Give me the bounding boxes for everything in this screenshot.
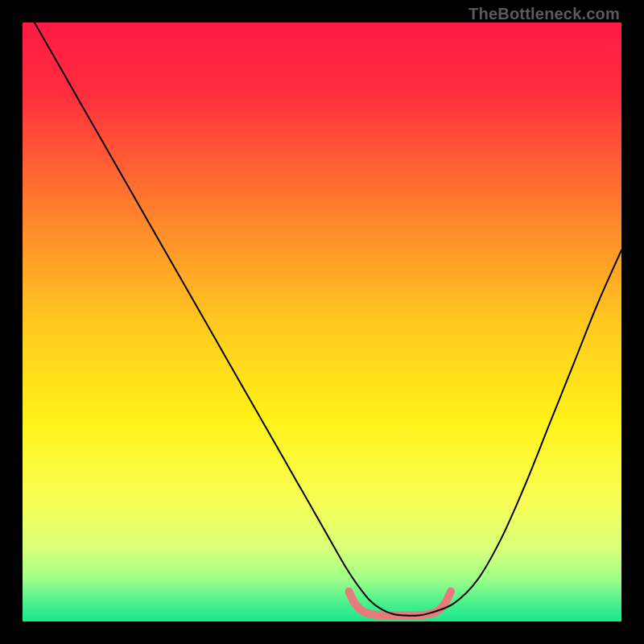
curve-path [35,23,621,616]
chart-frame [23,23,621,621]
watermark-text: TheBottleneck.com [469,5,620,23]
plot-area [23,23,621,621]
curve-layer [23,23,621,621]
